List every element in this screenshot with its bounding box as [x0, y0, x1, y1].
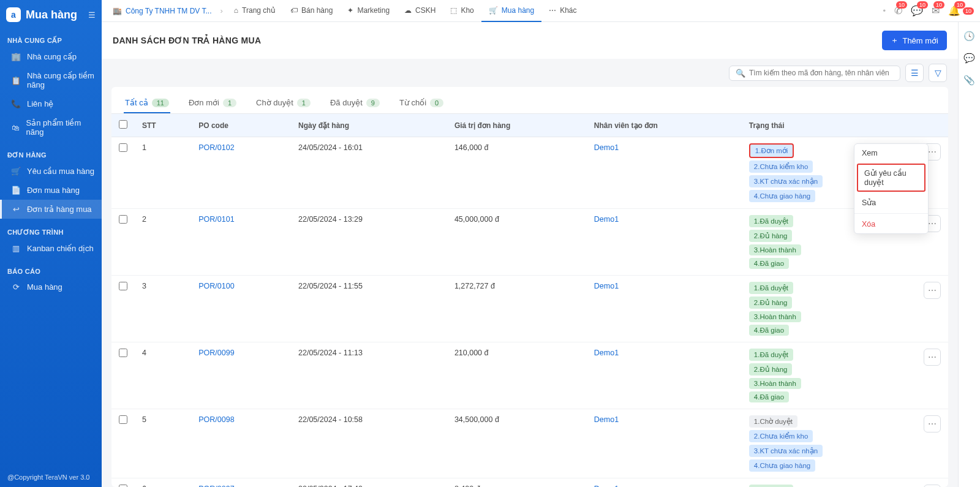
row-more-button[interactable]: ⋯ — [924, 415, 941, 432]
po-link[interactable]: POR/0098 — [198, 415, 234, 424]
filter-button[interactable]: ▽ — [929, 64, 947, 82]
cell-value: 8,400 đ — [447, 478, 587, 488]
sidebar-item[interactable]: 🛒Yêu cầu mua hàng — [0, 162, 102, 181]
clock-icon[interactable]: 🕓 — [963, 31, 975, 42]
sidebar-item-label: Liên hệ — [27, 99, 53, 108]
tab[interactable]: Đã duyệt9 — [329, 93, 381, 113]
company-name: Công Ty TNHH TM DV T... — [126, 7, 211, 15]
topnav-item[interactable]: ⋯Khác — [541, 0, 584, 22]
po-link[interactable]: POR/0100 — [198, 282, 234, 290]
topnav-item-icon: 🛒 — [489, 6, 498, 15]
sidebar-section-title: ĐƠN HÀNG — [0, 146, 102, 162]
cell-stt: 3 — [135, 276, 191, 342]
topnav-item-icon: ✦ — [347, 6, 353, 15]
tab-label: Đơn mới — [189, 98, 219, 107]
col-status: Trạng thái — [742, 114, 916, 137]
ellipsis-icon: ⋯ — [928, 419, 937, 429]
status-chip: 3.KT chưa xác nhận — [749, 445, 823, 457]
tab[interactable]: Tất cả11 — [124, 93, 170, 113]
sidebar-collapse-icon[interactable]: ☰ — [88, 10, 96, 20]
status-chip: 1.Đã duyệt — [749, 485, 793, 487]
sidebar-item[interactable]: 📞Liên hệ — [0, 94, 102, 113]
col-stt: STT — [135, 114, 191, 137]
menu-view[interactable]: Xem — [854, 144, 928, 162]
status-group: 1.Chờ duyệt2.Chưa kiểm kho3.KT chưa xác … — [749, 415, 909, 472]
employee-link[interactable]: Demo1 — [594, 215, 619, 224]
po-link[interactable]: POR/0097 — [198, 485, 234, 487]
topnav-item-icon: ⬚ — [450, 6, 457, 15]
tab-label: Từ chối — [399, 98, 426, 107]
po-link[interactable]: POR/0099 — [198, 349, 234, 357]
bell-icon[interactable]: 🔔10 — [948, 5, 960, 17]
phone-icon[interactable]: ✆10 — [894, 5, 902, 17]
comment-icon[interactable]: 💬 — [963, 53, 975, 64]
employee-link[interactable]: Demo1 — [594, 485, 619, 487]
company-selector[interactable]: 🏬 Công Ty TNHH TM DV T... — [108, 7, 216, 15]
employee-link[interactable]: Demo1 — [594, 143, 619, 152]
topnav-item[interactable]: ☁CSKH — [397, 0, 443, 22]
settings-filter-button[interactable]: ☰ — [905, 64, 924, 82]
sidebar-item[interactable]: 🏢Nhà cung cấp — [0, 47, 102, 66]
sidebar-footer: @Copyright TeraVN ver 3.0 — [0, 467, 102, 487]
status-chip: 3.KT chưa xác nhận — [749, 175, 823, 187]
select-all-checkbox[interactable] — [119, 120, 127, 129]
status-group: 1.Đã duyệt2.Đủ hàng3.Hoàn thành4.Đã giao — [749, 349, 909, 402]
chat-icon[interactable]: 💬10 — [911, 5, 923, 17]
app-logo-icon: a — [6, 7, 21, 22]
sidebar-item-icon: ↩ — [11, 205, 21, 214]
page-title: DANH SÁCH ĐƠN TRẢ HÀNG MUA — [113, 36, 261, 45]
add-new-button[interactable]: ＋ Thêm mới — [882, 31, 947, 50]
row-checkbox[interactable] — [119, 485, 127, 487]
topnav-item[interactable]: 🏷Bán hàng — [283, 0, 340, 22]
menu-edit[interactable]: Sửa — [854, 193, 928, 212]
topnav-item[interactable]: ⬚Kho — [443, 0, 481, 22]
employee-link[interactable]: Demo1 — [594, 282, 619, 290]
mail-icon[interactable]: ✉10 — [932, 5, 940, 17]
row-checkbox[interactable] — [119, 215, 127, 224]
cell-value: 1,272,727 đ — [447, 276, 587, 342]
sliders-icon: ☰ — [911, 68, 919, 78]
cell-value: 45,000,000 đ — [447, 209, 587, 276]
building-icon: 🏬 — [113, 7, 122, 15]
row-checkbox[interactable] — [119, 415, 127, 424]
sidebar-item[interactable]: 📋Nhà cung cấp tiềm năng — [0, 66, 102, 94]
sidebar-section-title: NHÀ CUNG CẤP — [0, 32, 102, 47]
sidebar-item[interactable]: ▥Kanban chiến dịch — [0, 239, 102, 258]
search-box[interactable]: 🔍 — [729, 66, 900, 81]
topnav-item-label: CSKH — [415, 6, 435, 15]
col-emp: Nhân viên tạo đơn — [587, 114, 742, 137]
menu-delete[interactable]: Xóa — [854, 215, 928, 233]
menu-send-approval[interactable]: Gửi yêu cầu duyệt — [857, 164, 925, 192]
po-link[interactable]: POR/0101 — [198, 215, 234, 224]
sidebar-item[interactable]: 🛍Sản phẩm tiềm năng — [0, 113, 102, 142]
row-more-button[interactable]: ⋯ — [924, 349, 941, 366]
topnav-item[interactable]: ⌂Trang chủ — [227, 0, 283, 22]
ellipsis-icon: ⋯ — [928, 285, 937, 295]
cell-date: 22/05/2024 - 11:55 — [291, 276, 447, 342]
row-more-button[interactable]: ⋯ — [924, 282, 941, 299]
search-input[interactable] — [749, 69, 894, 77]
add-new-label: Thêm mới — [902, 36, 938, 45]
attachment-icon[interactable]: 📎 — [963, 75, 975, 86]
tab[interactable]: Đơn mới1 — [187, 93, 238, 113]
employee-link[interactable]: Demo1 — [594, 415, 619, 424]
sidebar-item[interactable]: ⟳Mua hàng — [0, 277, 102, 296]
sidebar-title: Mua hàng — [26, 9, 77, 21]
row-checkbox[interactable] — [119, 143, 127, 152]
tab[interactable]: Chờ duyệt1 — [255, 93, 312, 113]
status-group: 1.Đã duyệt2.Đủ hàng3.Chờ xác nhận4.Đã gi… — [749, 485, 909, 487]
sidebar-item[interactable]: ↩Đơn trả hàng mua — [0, 200, 102, 219]
po-link[interactable]: POR/0102 — [198, 143, 234, 152]
row-checkbox[interactable] — [119, 349, 127, 357]
orders-table: STT PO code Ngày đặt hàng Giá trị đơn hà… — [111, 114, 948, 487]
table-row: 4POR/009922/05/2024 - 11:13210,000 đDemo… — [111, 342, 948, 409]
topnav-item[interactable]: 🛒Mua hàng — [481, 0, 541, 22]
status-chip: 4.Đã giao — [749, 391, 789, 402]
row-checkbox[interactable] — [119, 282, 127, 290]
tab[interactable]: Từ chối0 — [398, 93, 445, 113]
ellipsis-icon: ⋯ — [928, 352, 937, 362]
employee-link[interactable]: Demo1 — [594, 349, 619, 357]
topnav-item[interactable]: ✦Marketing — [340, 0, 397, 22]
sidebar-item[interactable]: 📄Đơn mua hàng — [0, 181, 102, 200]
row-more-button[interactable]: ⋯ — [924, 485, 941, 487]
